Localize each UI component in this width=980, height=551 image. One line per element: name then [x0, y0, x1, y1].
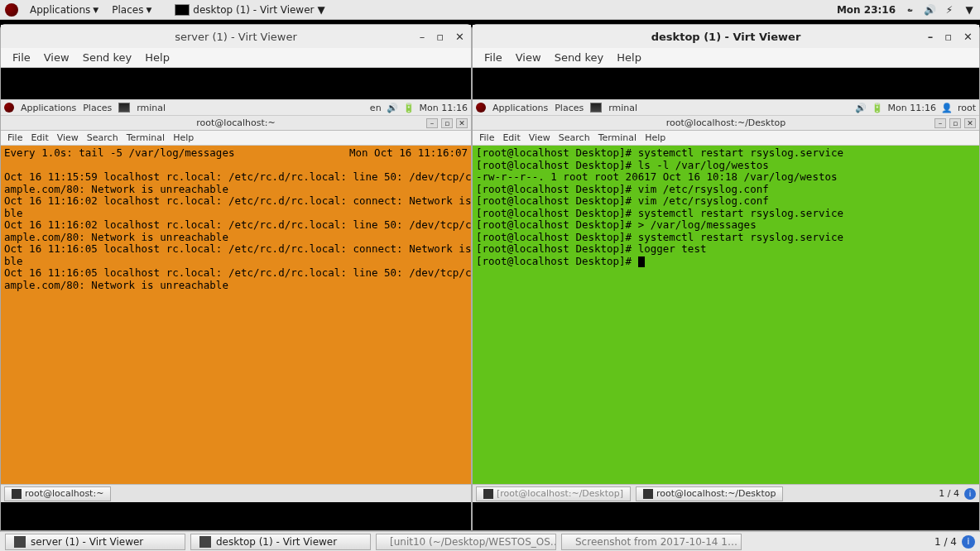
- guest-redhat-icon: [4, 103, 14, 113]
- term-menu-file[interactable]: File: [476, 132, 497, 144]
- terminal-icon[interactable]: [590, 103, 602, 113]
- battery-icon[interactable]: ⚡: [944, 4, 955, 16]
- term-max-icon[interactable]: ▫: [949, 118, 961, 128]
- term-menu-view[interactable]: View: [54, 132, 82, 144]
- guest-redhat-icon: [476, 103, 486, 113]
- top-panel-right: Mon 23:16 ⧜ 🔊 ⚡ ▼: [837, 4, 975, 16]
- guest-taskbar-right: [root@localhost:~/Desktop] root@localhos…: [473, 484, 979, 502]
- terminal-output-left[interactable]: Every 1.0s: tail -5 /var/log/messagesMon…: [1, 146, 471, 484]
- guest-user-icon[interactable]: 👤: [941, 103, 953, 113]
- terminal-task-icon: [483, 489, 493, 499]
- guest-black-bottom-left: [1, 502, 471, 530]
- host-bottom-panel: server (1) - Virt Viewer desktop (1) - V…: [0, 531, 980, 551]
- terminal-title: root@localhost:~/Desktop: [666, 117, 785, 128]
- maximize-button[interactable]: ▫: [944, 31, 952, 43]
- virt-menubar-right[interactable]: File View Send key Help: [473, 48, 979, 68]
- virt-menubar-left[interactable]: File View Send key Help: [1, 48, 471, 68]
- guest-black-top-right: [473, 68, 979, 99]
- guest-applications[interactable]: Applications: [492, 103, 548, 113]
- guest-task-button[interactable]: root@localhost:~: [4, 486, 111, 501]
- guest-places[interactable]: Places: [83, 103, 112, 113]
- term-menu-terminal[interactable]: Terminal: [123, 132, 169, 144]
- window-title: server (1) - Virt Viewer: [175, 31, 297, 43]
- terminal-titlebar-right[interactable]: root@localhost:~/Desktop –▫✕: [473, 116, 979, 131]
- term-close-icon[interactable]: ✕: [456, 118, 468, 128]
- menu-file[interactable]: File: [7, 50, 36, 65]
- workspace-switcher-icon[interactable]: i: [964, 488, 976, 500]
- terminal-task-icon: [12, 489, 22, 499]
- terminal-output-right[interactable]: [root@localhost Desktop]# systemctl rest…: [473, 146, 979, 484]
- virt-viewer-desktop-window[interactable]: desktop (1) - Virt Viewer – ▫ ✕ File Vie…: [472, 24, 980, 531]
- term-menu-edit[interactable]: Edit: [27, 132, 51, 144]
- active-task[interactable]: desktop (1) - Virt Viewer▼: [175, 4, 324, 16]
- term-min-icon[interactable]: –: [934, 118, 946, 128]
- term-min-icon[interactable]: –: [426, 118, 438, 128]
- menu-help[interactable]: Help: [612, 50, 646, 65]
- wifi-icon[interactable]: ⧜: [904, 4, 915, 16]
- term-max-icon[interactable]: ▫: [441, 118, 453, 128]
- term-menu-file[interactable]: File: [4, 132, 26, 144]
- maximize-button[interactable]: ▫: [436, 31, 444, 43]
- clock[interactable]: Mon 23:16: [837, 4, 896, 16]
- guest-clock[interactable]: Mon 11:16: [420, 103, 468, 113]
- guest-task-button[interactable]: [root@localhost:~/Desktop]: [476, 486, 631, 501]
- window-title: desktop (1) - Virt Viewer: [651, 31, 801, 43]
- term-menu-help[interactable]: Help: [641, 132, 669, 144]
- guest-black-top-left: [1, 68, 471, 99]
- guest-applications[interactable]: Applications: [21, 103, 76, 113]
- guest-clock[interactable]: Mon 11:16: [888, 103, 936, 113]
- guest-user[interactable]: root: [958, 103, 976, 113]
- term-close-icon[interactable]: ✕: [964, 118, 976, 128]
- window-icon: [14, 536, 26, 548]
- term-menu-terminal[interactable]: Terminal: [595, 132, 641, 144]
- minimize-button[interactable]: –: [420, 31, 425, 43]
- terminal-icon[interactable]: [118, 103, 130, 113]
- term-menu-edit[interactable]: Edit: [499, 132, 523, 144]
- menu-view[interactable]: View: [39, 50, 74, 65]
- top-panel-left: Applications▼ Places▼ desktop (1) - Virt…: [5, 2, 325, 17]
- host-desktop: server (1) - Virt Viewer – ▫ ✕ File View…: [0, 20, 980, 531]
- minimize-button[interactable]: –: [928, 31, 934, 43]
- guest-volume-icon[interactable]: 🔊: [387, 103, 398, 113]
- guest-top-panel-left: Applications Places rminal en 🔊 🔋 Mon 11…: [1, 99, 471, 116]
- guest-black-bottom-right: [473, 502, 979, 530]
- terminal-title: root@localhost:~: [196, 117, 275, 128]
- cursor-icon: [638, 256, 645, 267]
- taskbar-window-server[interactable]: server (1) - Virt Viewer: [5, 534, 185, 550]
- applications-menu[interactable]: Applications▼: [25, 2, 103, 17]
- window-icon: [199, 536, 211, 548]
- terminal-menubar-right[interactable]: File Edit View Search Terminal Help: [473, 131, 979, 146]
- guest-taskbar-left: root@localhost:~: [1, 484, 471, 502]
- close-button[interactable]: ✕: [963, 31, 973, 43]
- workspace-switcher-icon[interactable]: i: [962, 535, 975, 549]
- guest-task-button[interactable]: root@localhost:~/Desktop: [636, 486, 783, 501]
- term-menu-search[interactable]: Search: [84, 132, 122, 144]
- menu-help[interactable]: Help: [140, 50, 175, 65]
- guest-active-app: rminal: [137, 103, 166, 113]
- menu-sendkey[interactable]: Send key: [550, 50, 609, 65]
- virt-viewer-server-window[interactable]: server (1) - Virt Viewer – ▫ ✕ File View…: [0, 24, 472, 531]
- terminal-menubar-left[interactable]: File Edit View Search Terminal Help: [1, 131, 471, 146]
- menu-view[interactable]: View: [511, 50, 546, 65]
- term-menu-help[interactable]: Help: [170, 132, 197, 144]
- volume-icon[interactable]: 🔊: [924, 4, 935, 16]
- close-button[interactable]: ✕: [455, 31, 464, 43]
- term-menu-view[interactable]: View: [526, 132, 554, 144]
- guest-volume-icon[interactable]: 🔊: [855, 103, 867, 113]
- menu-file[interactable]: File: [479, 50, 507, 65]
- taskbar-window-screenshot[interactable]: Screenshot from 2017-10-14 1…: [561, 534, 742, 550]
- menu-sendkey[interactable]: Send key: [78, 50, 137, 65]
- guest-places[interactable]: Places: [555, 103, 584, 113]
- taskbar-window-desktop[interactable]: desktop (1) - Virt Viewer: [190, 534, 371, 550]
- guest-battery-icon[interactable]: 🔋: [403, 103, 415, 113]
- guest-active-app: rminal: [608, 103, 637, 113]
- guest-lang[interactable]: en: [370, 103, 382, 113]
- taskbar-window-gedit[interactable]: [unit10 (~/Desktop/WESTOS_OS…: [376, 534, 556, 550]
- guest-battery-icon[interactable]: 🔋: [872, 103, 883, 113]
- window-titlebar-left[interactable]: server (1) - Virt Viewer – ▫ ✕: [1, 25, 471, 48]
- window-titlebar-right[interactable]: desktop (1) - Virt Viewer – ▫ ✕: [473, 25, 979, 48]
- term-menu-search[interactable]: Search: [555, 132, 593, 144]
- terminal-titlebar-left[interactable]: root@localhost:~ –▫✕: [1, 116, 471, 131]
- power-menu[interactable]: ▼: [963, 4, 975, 16]
- places-menu[interactable]: Places▼: [107, 2, 156, 17]
